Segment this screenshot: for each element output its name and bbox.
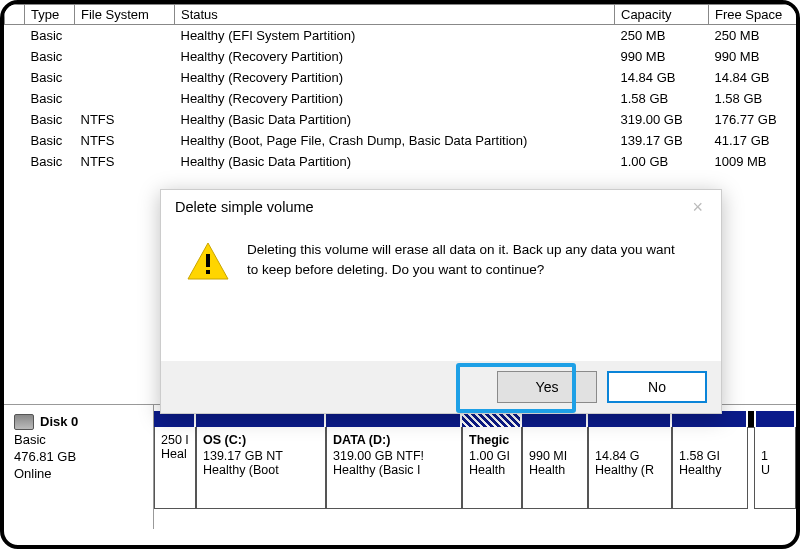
partition[interactable]: . 14.84 G Healthy (R bbox=[588, 427, 672, 509]
partition[interactable]: 250 I Heal bbox=[154, 427, 196, 509]
table-row[interactable]: BasicHealthy (Recovery Partition)14.84 G… bbox=[5, 67, 797, 88]
disk-icon bbox=[14, 414, 34, 430]
disk-name: Disk 0 bbox=[40, 414, 78, 429]
disk-state: Online bbox=[14, 466, 143, 481]
no-button[interactable]: No bbox=[607, 371, 707, 403]
partition[interactable]: . 990 MI Health bbox=[522, 427, 588, 509]
yes-button[interactable]: Yes bbox=[497, 371, 597, 403]
partition[interactable]: OS (C:) 139.17 GB NT Healthy (Boot bbox=[196, 427, 326, 509]
dialog-message: Deleting this volume will erase all data… bbox=[247, 240, 687, 279]
col-type[interactable]: Type bbox=[25, 5, 75, 25]
disk-type: Basic bbox=[14, 432, 143, 447]
table-row[interactable]: BasicNTFSHealthy (Basic Data Partition)3… bbox=[5, 109, 797, 130]
col-status[interactable]: Status bbox=[175, 5, 615, 25]
disk-size: 476.81 GB bbox=[14, 449, 143, 464]
partition[interactable]: DATA (D:) 319.00 GB NTF! Healthy (Basic … bbox=[326, 427, 462, 509]
table-header-row: Type File System Status Capacity Free Sp… bbox=[5, 5, 797, 25]
volume-table[interactable]: Type File System Status Capacity Free Sp… bbox=[4, 4, 797, 172]
svg-rect-1 bbox=[206, 254, 210, 267]
col-capacity[interactable]: Capacity bbox=[615, 5, 709, 25]
partition-selected[interactable]: Thegic 1.00 GI Health bbox=[462, 427, 522, 509]
svg-rect-2 bbox=[206, 270, 210, 274]
delete-volume-dialog: Delete simple volume × Deleting this vol… bbox=[160, 189, 722, 414]
col-fs[interactable]: File System bbox=[75, 5, 175, 25]
table-row[interactable]: BasicHealthy (Recovery Partition)1.58 GB… bbox=[5, 88, 797, 109]
dialog-title: Delete simple volume bbox=[175, 199, 314, 215]
disk-info[interactable]: Disk 0 Basic 476.81 GB Online bbox=[4, 405, 154, 529]
disk-graph: Disk 0 Basic 476.81 GB Online 250 I Heal… bbox=[4, 404, 796, 529]
col-blank[interactable] bbox=[5, 5, 25, 25]
table-row[interactable]: BasicNTFSHealthy (Boot, Page File, Crash… bbox=[5, 130, 797, 151]
warning-icon bbox=[187, 242, 229, 280]
table-row[interactable]: BasicHealthy (Recovery Partition)990 MB9… bbox=[5, 46, 797, 67]
table-row[interactable]: BasicNTFSHealthy (Basic Data Partition)1… bbox=[5, 151, 797, 172]
close-icon[interactable]: × bbox=[688, 198, 707, 216]
col-free[interactable]: Free Space bbox=[709, 5, 797, 25]
partition[interactable]: . 1.58 GI Healthy bbox=[672, 427, 748, 509]
partition[interactable]: . 1 U bbox=[754, 427, 796, 509]
table-row[interactable]: BasicHealthy (EFI System Partition)250 M… bbox=[5, 25, 797, 47]
